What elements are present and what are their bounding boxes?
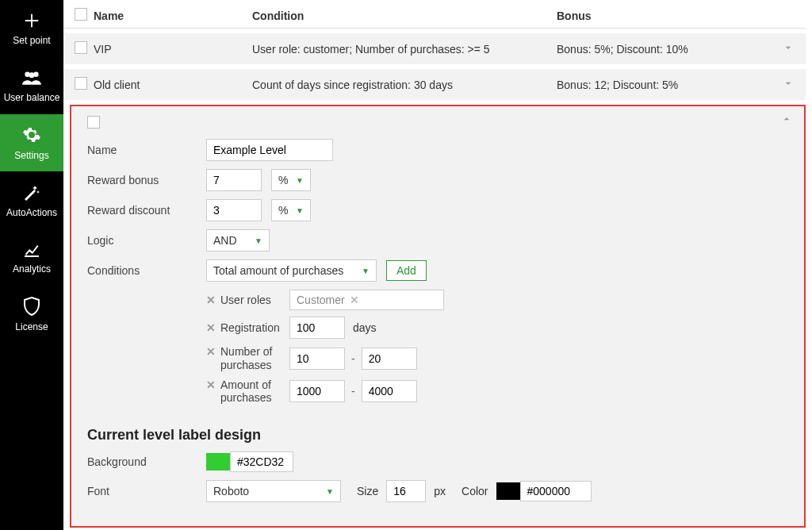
discount-unit-select[interactable]: %▼ bbox=[271, 199, 311, 221]
row-condition: Count of days since registration: 30 day… bbox=[252, 79, 557, 91]
sidebar-item-label: AutoActions bbox=[6, 207, 57, 218]
days-label: days bbox=[353, 321, 377, 334]
background-label: Background bbox=[87, 455, 206, 468]
size-label: Size bbox=[357, 485, 378, 497]
condition-type-select[interactable]: Total amount of purchases▼ bbox=[206, 259, 377, 282]
plus-icon bbox=[23, 12, 40, 32]
font-size-input[interactable] bbox=[386, 480, 426, 502]
remove-condition-icon[interactable]: ✕ bbox=[206, 321, 216, 334]
sidebar-item-label: User balance bbox=[4, 92, 60, 103]
font-select[interactable]: Roboto▼ bbox=[206, 480, 341, 502]
user-roles-tag-input[interactable]: Customer ✕ bbox=[289, 290, 444, 310]
users-icon bbox=[21, 69, 42, 89]
background-color-input[interactable] bbox=[230, 451, 293, 472]
remove-tag-icon[interactable]: ✕ bbox=[350, 294, 359, 306]
header-condition: Condition bbox=[252, 10, 557, 22]
font-color-input[interactable] bbox=[520, 481, 592, 501]
condition-registration-label: Registration bbox=[220, 321, 280, 334]
header-name: Name bbox=[94, 10, 252, 22]
registration-days-input[interactable] bbox=[289, 317, 345, 339]
range-separator: - bbox=[351, 385, 355, 398]
svg-point-2 bbox=[29, 72, 35, 78]
table-header: Name Condition Bonus bbox=[63, 3, 806, 29]
sidebar-item-settings[interactable]: Settings bbox=[0, 114, 63, 171]
chevron-down-icon[interactable] bbox=[782, 44, 795, 56]
sidebar-item-analytics[interactable]: Analytics bbox=[0, 229, 63, 286]
num-purchases-to-input[interactable] bbox=[362, 348, 417, 370]
add-condition-button[interactable]: Add bbox=[386, 260, 427, 281]
logic-label: Logic bbox=[87, 234, 206, 247]
table-row[interactable]: VIP User role: customer; Number of purch… bbox=[63, 33, 806, 64]
condition-userroles-label: User roles bbox=[220, 294, 271, 306]
num-purchases-from-input[interactable] bbox=[289, 348, 345, 370]
row-bonus: Bonus: 12; Discount: 5% bbox=[557, 79, 763, 91]
design-section-title: Current level label design bbox=[87, 427, 788, 444]
remove-condition-icon[interactable]: ✕ bbox=[206, 378, 216, 391]
row-condition: User role: customer; Number of purchases… bbox=[252, 43, 557, 56]
font-label: Font bbox=[87, 485, 206, 497]
chart-icon bbox=[22, 240, 41, 260]
logic-select[interactable]: AND▼ bbox=[206, 229, 270, 252]
sidebar: Set point User balance Settings AutoActi… bbox=[0, 0, 63, 530]
row-name: VIP bbox=[94, 43, 252, 56]
row-checkbox[interactable] bbox=[75, 77, 87, 90]
background-color-swatch[interactable] bbox=[206, 453, 230, 470]
reward-bonus-input[interactable] bbox=[206, 169, 262, 191]
amount-purchases-from-input[interactable] bbox=[289, 380, 345, 402]
reward-discount-label: Reward discount bbox=[87, 204, 206, 217]
shield-icon bbox=[23, 297, 40, 318]
select-all-checkbox[interactable] bbox=[75, 8, 87, 21]
header-bonus: Bonus bbox=[557, 10, 763, 22]
reward-bonus-label: Reward bonus bbox=[87, 174, 206, 186]
sidebar-item-autoactions[interactable]: AutoActions bbox=[0, 171, 63, 229]
amount-purchases-to-input[interactable] bbox=[362, 380, 417, 402]
name-input[interactable] bbox=[206, 139, 333, 161]
sidebar-item-user-balance[interactable]: User balance bbox=[0, 57, 63, 114]
panel-checkbox[interactable] bbox=[87, 116, 100, 129]
chevron-up-icon[interactable] bbox=[780, 113, 793, 128]
sidebar-item-label: Analytics bbox=[13, 263, 51, 275]
bonus-unit-select[interactable]: %▼ bbox=[271, 169, 311, 191]
chevron-down-icon[interactable] bbox=[782, 79, 795, 92]
font-color-swatch[interactable] bbox=[496, 482, 520, 500]
gear-icon bbox=[22, 125, 41, 147]
sidebar-item-set-point[interactable]: Set point bbox=[0, 0, 63, 57]
row-bonus: Bonus: 5%; Discount: 10% bbox=[557, 43, 763, 56]
row-checkbox[interactable] bbox=[75, 41, 87, 54]
sidebar-item-label: Settings bbox=[14, 150, 48, 161]
sidebar-item-license[interactable]: License bbox=[0, 286, 63, 343]
color-label: Color bbox=[462, 485, 488, 497]
sidebar-item-label: License bbox=[15, 321, 48, 332]
table-row[interactable]: Old client Count of days since registrat… bbox=[63, 69, 806, 100]
remove-condition-icon[interactable]: ✕ bbox=[206, 345, 216, 358]
expanded-edit-panel: Name Reward bonus %▼ Reward discount %▼ bbox=[70, 105, 806, 528]
name-label: Name bbox=[87, 144, 206, 156]
sidebar-item-label: Set point bbox=[13, 35, 50, 46]
range-separator: - bbox=[351, 352, 355, 365]
row-name: Old client bbox=[94, 79, 252, 91]
wand-icon bbox=[22, 182, 41, 204]
px-label: px bbox=[434, 485, 446, 497]
conditions-label: Conditions bbox=[87, 264, 206, 277]
condition-amount-purchases-label: Amount of purchases bbox=[220, 378, 289, 405]
main-content: Name Condition Bonus VIP User role: cust… bbox=[63, 0, 812, 530]
tag-customer: Customer bbox=[297, 294, 345, 306]
remove-condition-icon[interactable]: ✕ bbox=[206, 294, 216, 306]
condition-num-purchases-label: Number of purchases bbox=[220, 345, 289, 372]
reward-discount-input[interactable] bbox=[206, 199, 262, 221]
